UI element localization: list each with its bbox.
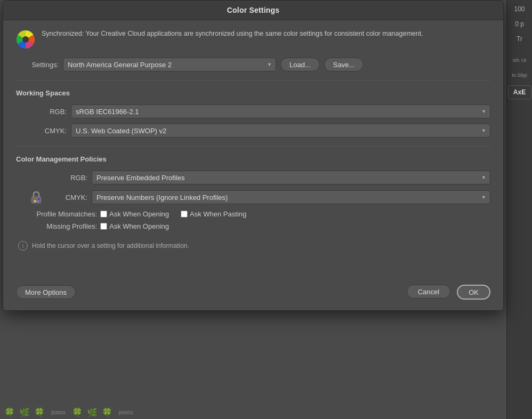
missing-profiles-label: Missing Profiles: (27, 222, 97, 230)
ws-rgb-select[interactable]: sRGB IEC61966-2.1 (71, 104, 490, 118)
color-wheel-icon (16, 30, 35, 49)
lock-icon (29, 190, 44, 205)
ws-cmyk-label: CMYK: (37, 127, 67, 135)
canvas-text-1: posco (51, 409, 66, 415)
svg-point-1 (22, 36, 29, 43)
cmp-cmyk-row: CMYK: Preserve Numbers (Ignore Linked Pr… (27, 190, 490, 205)
panel-label-5: to Glyp (512, 72, 527, 78)
cancel-button[interactable]: Cancel (407, 285, 450, 299)
svg-rect-6 (34, 200, 36, 202)
right-panel-item-5: to Glyp (508, 68, 531, 82)
ws-rgb-label: RGB: (37, 108, 67, 116)
canvas-decorative-3: 🍀 (34, 407, 45, 417)
cmp-header: Color Management Policies (16, 155, 490, 165)
working-spaces-header: Working Spaces (16, 89, 490, 99)
canvas-decorative-6: 🍀 (102, 407, 112, 417)
ws-cmyk-select-wrapper: U.S. Web Coated (SWOP) v2 (71, 124, 490, 138)
svg-rect-7 (37, 200, 39, 202)
info-row: i Hold the cursor over a setting for add… (16, 241, 490, 251)
sync-message: Synchronized: Your Creative Cloud applic… (42, 29, 423, 39)
right-panel-item-3[interactable]: Tr (508, 32, 531, 46)
sync-notice: Synchronized: Your Creative Cloud applic… (16, 29, 490, 49)
cmp-section: Color Management Policies RGB: Preserve … (16, 146, 490, 230)
cmp-cmyk-select-wrapper: Preserve Numbers (Ignore Linked Profiles… (92, 190, 490, 204)
panel-label-6: AxE (513, 88, 526, 96)
settings-label: Settings: (16, 61, 59, 69)
load-button[interactable]: Load... (280, 58, 320, 71)
ask-opening-2-checkbox[interactable] (100, 223, 107, 230)
info-icon-label: i (22, 243, 23, 249)
profile-mismatches-row: Profile Mismatches: Ask When Opening Ask… (16, 210, 490, 218)
cmp-rows: RGB: Preserve Embedded Profiles (16, 171, 490, 205)
ask-opening-1-checkbox[interactable] (100, 211, 107, 217)
dialog-titlebar: Color Settings (3, 1, 503, 20)
working-spaces-section: Working Spaces RGB: sRGB IEC61966-2.1 (16, 80, 490, 138)
working-spaces-rows: RGB: sRGB IEC61966-2.1 CMYK: U.S. Web (16, 104, 490, 138)
panel-icon-2: 0 p (515, 20, 524, 28)
ok-button[interactable]: OK (457, 285, 490, 300)
dialog-title: Color Settings (227, 6, 279, 14)
ask-opening-1-group: Ask When Opening (100, 210, 169, 218)
bottom-canvas: 🍀 🌿 🍀 posco 🍀 🌿 🍀 posco (0, 405, 506, 419)
dialog-footer: More Options Cancel OK (3, 276, 503, 310)
save-button[interactable]: Save... (324, 58, 364, 71)
settings-row: Settings: North America General Purpose … (16, 58, 490, 71)
canvas-text-2: posco (119, 409, 133, 415)
right-panel: 100 0 p Tr ish: UI to Glyp AxE (506, 0, 532, 419)
lock-icon-area (27, 190, 46, 205)
ask-opening-1-label: Ask When Opening (109, 210, 169, 218)
footer-right: Cancel OK (407, 285, 490, 300)
info-text: Hold the cursor over a setting for addit… (32, 242, 189, 249)
cmp-rgb-select-wrapper: Preserve Embedded Profiles (92, 171, 490, 184)
right-panel-item-6[interactable]: AxE (508, 85, 531, 99)
dialog-body: Synchronized: Your Creative Cloud applic… (3, 20, 503, 265)
right-panel-item-2[interactable]: 0 p (508, 17, 531, 31)
right-panel-item-4: ish: UI (508, 53, 531, 67)
canvas-decorative-2: 🌿 (19, 407, 30, 417)
ask-opening-2-label: Ask When Opening (109, 222, 169, 230)
settings-select[interactable]: North America General Purpose 2 (63, 58, 276, 71)
settings-select-wrapper: North America General Purpose 2 (63, 58, 276, 71)
profile-mismatches-label: Profile Mismatches: (27, 210, 97, 218)
ws-cmyk-row: CMYK: U.S. Web Coated (SWOP) v2 (37, 124, 490, 138)
panel-icon-1: 100 (514, 5, 525, 13)
ws-rgb-row: RGB: sRGB IEC61966-2.1 (37, 104, 490, 118)
dialog-overlay: Color Settings Synchronized: Your C (0, 0, 506, 405)
ws-cmyk-select[interactable]: U.S. Web Coated (SWOP) v2 (71, 124, 490, 138)
canvas-decorative-5: 🌿 (87, 407, 98, 417)
ask-opening-2-group: Ask When Opening (100, 222, 169, 230)
svg-rect-4 (35, 198, 37, 200)
svg-rect-3 (33, 198, 35, 200)
cmp-cmyk-select[interactable]: Preserve Numbers (Ignore Linked Profiles… (92, 190, 490, 204)
ask-pasting-label: Ask When Pasting (190, 210, 246, 218)
panel-label-4: ish: UI (513, 58, 527, 63)
missing-profiles-row: Missing Profiles: Ask When Opening (16, 222, 490, 230)
canvas-decorative-1: 🍀 (4, 407, 15, 417)
cmp-rgb-label: RGB: (50, 174, 87, 182)
color-settings-dialog: Color Settings Synchronized: Your C (3, 0, 504, 311)
ask-pasting-checkbox[interactable] (181, 211, 188, 217)
footer-left: More Options (16, 285, 76, 299)
cmp-cmyk-label: CMYK: (50, 194, 87, 202)
right-panel-item-1[interactable]: 100 (508, 2, 531, 16)
more-options-button[interactable]: More Options (16, 285, 76, 299)
ask-pasting-group: Ask When Pasting (181, 210, 246, 218)
cmp-rgb-row: RGB: Preserve Embedded Profiles (27, 171, 490, 184)
svg-rect-5 (38, 198, 40, 200)
ws-rgb-select-wrapper: sRGB IEC61966-2.1 (71, 104, 490, 118)
panel-icon-3: Tr (517, 35, 522, 43)
cmp-rgb-select[interactable]: Preserve Embedded Profiles (92, 171, 490, 184)
canvas-decorative-4: 🍀 (72, 407, 83, 417)
info-icon: i (18, 241, 28, 251)
